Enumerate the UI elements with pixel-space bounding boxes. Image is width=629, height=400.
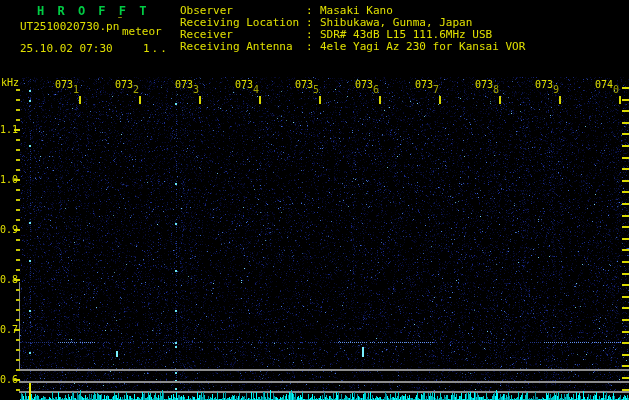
time-tick-label-subdigit: 4 <box>253 85 259 95</box>
time-tick-label: 0732 <box>115 80 139 90</box>
time-tick-label-main: 073 <box>115 79 133 90</box>
time-tick-label-main: 073 <box>355 79 373 90</box>
time-tick-label: 0731 <box>55 80 79 90</box>
output-filename: UT2510020730.pn <box>20 21 119 33</box>
time-tick-label-main: 073 <box>535 79 553 90</box>
freq-tick-label: 1.0 <box>0 174 18 186</box>
freq-axis-unit: kHz <box>1 77 19 88</box>
time-tick-label-subdigit: 6 <box>373 85 379 95</box>
time-tick-label-subdigit: 9 <box>553 85 559 95</box>
mode-label: meteor <box>122 26 162 38</box>
freq-tick-label: 0.7 <box>0 324 18 336</box>
info-label: Receiving Antenna <box>180 41 293 53</box>
time-tick-label: 0735 <box>295 80 319 90</box>
time-tick-label: 0739 <box>535 80 559 90</box>
info-colon: : <box>306 41 313 53</box>
time-tick-label-subdigit: 3 <box>193 85 199 95</box>
freq-tick-label: 1.1 <box>0 124 18 136</box>
app-title: H R O F F T <box>37 5 149 18</box>
time-tick-label-subdigit: 2 <box>133 85 139 95</box>
time-tick-label: 0740 <box>595 80 619 90</box>
time-tick-label-main: 073 <box>295 79 313 90</box>
time-tick-label: 0738 <box>475 80 499 90</box>
time-tick-label: 0733 <box>175 80 199 90</box>
time-tick-label: 0734 <box>235 80 259 90</box>
time-tick-label-main: 073 <box>235 79 253 90</box>
time-tick-label-main: 073 <box>55 79 73 90</box>
time-tick-label-main: 073 <box>475 79 493 90</box>
freq-tick-label: 0.9 <box>0 224 18 236</box>
freq-tick-label: 0.6 <box>0 374 18 386</box>
time-tick-label-main: 073 <box>175 79 193 90</box>
time-tick-label-subdigit: 0 <box>613 85 619 95</box>
time-tick-label-subdigit: 8 <box>493 85 499 95</box>
time-tick-label-main: 073 <box>415 79 433 90</box>
time-tick-label-subdigit: 5 <box>313 85 319 95</box>
date-time-label: 25.10.02 07:30 <box>20 43 113 55</box>
plot-area <box>20 77 629 392</box>
info-value: 4ele Yagi Az 230 for Kansai VOR <box>320 41 525 53</box>
hrofft-screen: H R O F F T UT2510020730.pn ¨ meteor 25.… <box>0 0 629 400</box>
time-tick-label-subdigit: 7 <box>433 85 439 95</box>
time-tick-label: 0736 <box>355 80 379 90</box>
time-tick-label-subdigit: 1 <box>73 85 79 95</box>
time-tick-label: 0737 <box>415 80 439 90</box>
time-tick-label-main: 074 <box>595 79 613 90</box>
date-time-extra: 1.. <box>143 43 169 55</box>
freq-tick-label: 0.8 <box>0 274 18 286</box>
